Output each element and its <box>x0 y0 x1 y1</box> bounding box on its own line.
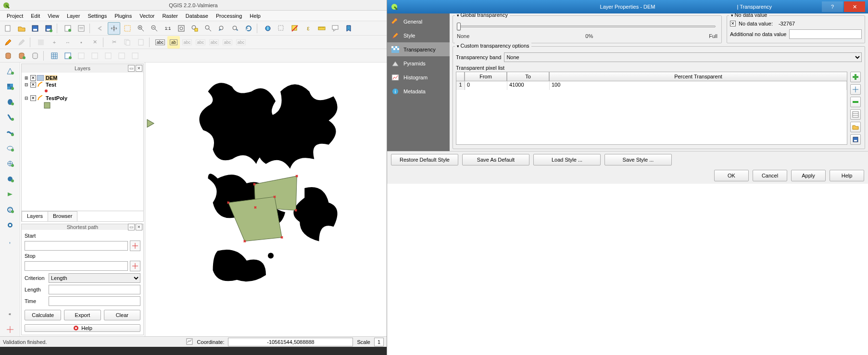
add-mssql-icon[interactable] <box>3 126 17 139</box>
cancel-button[interactable]: Cancel <box>753 170 787 181</box>
add-spatialite-icon[interactable] <box>3 111 17 124</box>
label2-icon[interactable]: ab <box>167 36 180 49</box>
table2-icon[interactable] <box>62 50 74 62</box>
sidebar-item-general[interactable]: General <box>387 14 450 28</box>
db3-icon[interactable] <box>29 50 41 62</box>
new-composer-icon[interactable] <box>62 22 74 35</box>
scale-input[interactable] <box>374 338 384 346</box>
crosshair-icon[interactable] <box>3 323 17 336</box>
sidebar-item-transparency[interactable]: Transparency <box>387 42 450 56</box>
menu-plugins[interactable]: Plugins <box>111 12 136 20</box>
zoom-last-icon[interactable] <box>215 22 228 35</box>
nodata-checkbox[interactable]: ✕ <box>730 21 736 26</box>
save-as-icon[interactable] <box>42 22 55 35</box>
add-feature-icon[interactable]: + <box>48 36 61 49</box>
zoom-selection-icon[interactable] <box>189 22 201 35</box>
refresh-icon[interactable] <box>242 22 255 35</box>
ok-button[interactable]: OK <box>714 170 749 181</box>
cell-from[interactable]: 0 <box>465 81 507 90</box>
add-wms-icon[interactable] <box>3 141 17 155</box>
import-file-icon[interactable] <box>850 122 861 132</box>
transparency-slider[interactable] <box>456 21 718 33</box>
sp-stop-input[interactable] <box>25 261 128 271</box>
additional-nodata-input[interactable] <box>789 29 862 39</box>
bookmark-icon[interactable] <box>342 22 355 35</box>
zoom-out-icon[interactable] <box>148 22 161 35</box>
layer-test-symbol[interactable] <box>24 88 141 95</box>
panel-close-icon[interactable]: ✕ <box>136 65 142 72</box>
menu-settings[interactable]: Settings <box>84 12 111 20</box>
menu-view[interactable]: View <box>44 12 63 20</box>
table7-icon[interactable] <box>129 50 141 62</box>
add-csv-icon[interactable]: , <box>3 234 17 247</box>
zoom-next-icon[interactable] <box>229 22 241 35</box>
label3-icon[interactable]: abc <box>181 36 193 49</box>
sidebar-item-style[interactable]: Style <box>387 28 450 42</box>
identify-icon[interactable]: i <box>262 22 274 35</box>
map-canvas[interactable] <box>145 63 387 336</box>
menu-vector[interactable]: Vector <box>136 12 158 20</box>
add-row-icon[interactable] <box>850 72 861 82</box>
map-tips-icon[interactable] <box>329 22 341 35</box>
layer-row-testpoly[interactable]: ⊟ ✕ TestPoly <box>24 95 141 101</box>
delete-selected-icon[interactable]: ✕ <box>88 36 101 49</box>
sp-time-input[interactable] <box>49 296 140 306</box>
label4-icon[interactable]: abc <box>194 36 207 49</box>
add-raster-icon[interactable] <box>3 80 17 93</box>
help-button[interactable]: Help <box>830 170 864 181</box>
save-project-icon[interactable] <box>29 22 41 35</box>
table4-icon[interactable] <box>88 50 101 62</box>
new-project-icon[interactable] <box>2 22 14 35</box>
copy-icon[interactable] <box>121 36 134 49</box>
zoom-in-icon[interactable] <box>135 22 147 35</box>
sp-stop-pick-icon[interactable] <box>130 261 140 271</box>
label7-icon[interactable]: abc <box>235 36 247 49</box>
sp-help-button[interactable]: Help <box>25 324 140 332</box>
remove-row-icon[interactable] <box>850 97 861 107</box>
menu-processing[interactable]: Processing <box>212 12 246 20</box>
table5-icon[interactable] <box>102 50 114 62</box>
add-oracle-icon[interactable] <box>3 203 17 216</box>
restore-default-style-button[interactable]: Restore Default Style <box>391 154 458 165</box>
sidebar-item-metadata[interactable]: i Metadata <box>387 84 450 98</box>
layer-row-test[interactable]: ⊟ ✕ Test <box>24 81 141 88</box>
zoom-full-icon[interactable] <box>175 22 188 35</box>
add-vector-icon[interactable] <box>3 64 17 78</box>
sp-criterion-select[interactable]: Length <box>49 273 140 283</box>
table1-icon[interactable] <box>48 50 61 62</box>
label5-icon[interactable]: abc <box>208 36 220 49</box>
render-icon[interactable] <box>186 338 193 346</box>
dialog-close-icon[interactable]: ✕ <box>844 1 865 12</box>
menu-layer[interactable]: Layer <box>63 12 84 20</box>
add-gps-icon[interactable] <box>3 218 17 232</box>
pick-from-canvas-icon[interactable] <box>850 84 861 95</box>
sp-start-pick-icon[interactable] <box>130 241 140 251</box>
sp-close-icon[interactable]: ✕ <box>136 224 142 230</box>
cell-pct[interactable]: 100 <box>550 81 847 90</box>
table6-icon[interactable] <box>115 50 128 62</box>
sidebar-item-histogram[interactable]: Histogram <box>387 70 450 84</box>
col-percent[interactable]: Percent Transparent <box>549 72 847 81</box>
edit-pencil-icon[interactable] <box>15 36 28 49</box>
coordinate-input[interactable] <box>228 338 353 346</box>
table3-icon[interactable] <box>75 50 88 62</box>
collapse-toolbar-icon[interactable]: « <box>3 307 17 321</box>
db1-icon[interactable] <box>2 50 14 62</box>
zoom-layer-icon[interactable] <box>202 22 214 35</box>
open-project-icon[interactable] <box>15 22 28 35</box>
transparency-band-select[interactable]: None <box>504 52 862 62</box>
tab-browser[interactable]: Browser <box>48 211 77 221</box>
add-wcs-icon[interactable] <box>3 157 17 170</box>
sp-start-input[interactable] <box>25 241 128 251</box>
apply-button[interactable]: Apply <box>791 170 826 181</box>
edit-toggle-icon[interactable] <box>2 36 14 49</box>
default-values-icon[interactable] <box>850 109 861 120</box>
layer-testpoly-symbol[interactable] <box>24 101 141 108</box>
menu-edit[interactable]: Edit <box>27 12 44 20</box>
sp-calculate-button[interactable]: Calculate <box>25 310 61 320</box>
zoom-native-icon[interactable]: 1:1 <box>162 22 174 35</box>
dialog-help-icon[interactable]: ? <box>822 1 843 12</box>
table-row[interactable]: 1 0 41000 100 <box>456 81 847 90</box>
add-postgis-icon[interactable] <box>3 95 17 109</box>
panel-undock-icon[interactable]: ▭ <box>128 65 135 72</box>
